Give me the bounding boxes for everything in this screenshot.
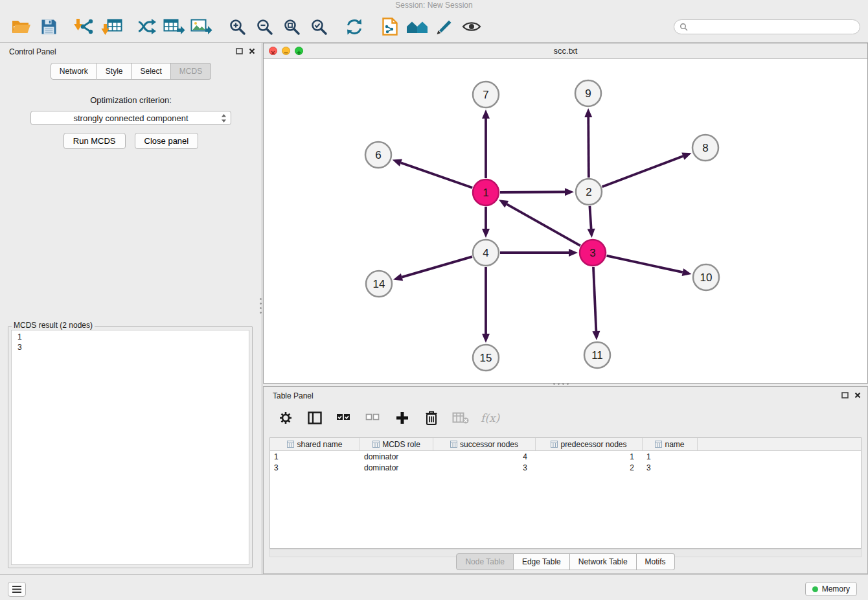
export-table-button[interactable] xyxy=(161,13,188,40)
cell-successor-nodes[interactable]: 4 xyxy=(433,452,536,461)
tab-node-table[interactable]: Node Table xyxy=(456,553,514,570)
delete-table-button[interactable] xyxy=(451,409,470,427)
table-row[interactable]: 1 dominator 4 1 1 xyxy=(270,452,861,462)
dropdown-stepper-icon xyxy=(221,113,227,123)
cell-predecessor-nodes[interactable]: 1 xyxy=(536,452,643,461)
cell-shared-name[interactable]: 1 xyxy=(270,452,360,461)
cell-mcds-role[interactable]: dominator xyxy=(360,452,433,461)
table-toolbar: f(x) xyxy=(264,404,867,432)
import-styles-button[interactable] xyxy=(376,13,404,40)
refresh-layout-button[interactable] xyxy=(341,13,368,40)
horizontal-splitter-grip[interactable] xyxy=(552,382,571,386)
graph-node-3[interactable]: 3 xyxy=(580,240,606,266)
application-window: { "window": { "title": "Session: New Ses… xyxy=(0,0,868,600)
graph-edge-1-6[interactable] xyxy=(401,163,472,188)
graph-node-8[interactable]: 8 xyxy=(692,135,718,161)
cell-predecessor-nodes[interactable]: 2 xyxy=(536,463,643,472)
cell-shared-name[interactable]: 3 xyxy=(270,463,360,472)
graph-node-2[interactable]: 2 xyxy=(576,179,602,205)
float-panel-icon[interactable] xyxy=(236,48,243,54)
column-type-icon xyxy=(655,441,662,448)
tab-style[interactable]: Style xyxy=(97,63,132,80)
network-home-button[interactable] xyxy=(404,13,431,40)
tab-network[interactable]: Network xyxy=(51,63,97,80)
column-header-predecessor-nodes[interactable]: predecessor nodes xyxy=(536,438,643,450)
tab-motifs[interactable]: Motifs xyxy=(637,553,675,570)
graph-node-9[interactable]: 9 xyxy=(575,80,601,106)
graph-edge-arrowhead xyxy=(565,188,574,196)
graph-node-label: 3 xyxy=(589,247,595,259)
criterion-dropdown[interactable]: strongly connected component xyxy=(30,111,231,125)
graph-edge-2-8[interactable] xyxy=(602,156,683,187)
show-details-button[interactable] xyxy=(458,13,485,40)
tab-select[interactable]: Select xyxy=(132,63,171,80)
import-network-button[interactable] xyxy=(71,13,98,40)
cell-successor-nodes[interactable]: 3 xyxy=(433,463,536,472)
float-panel-icon[interactable] xyxy=(841,392,849,398)
network-window-titlebar[interactable]: scc.txt xyxy=(264,43,867,59)
export-image-button[interactable] xyxy=(188,13,215,40)
graph-node-label: 10 xyxy=(700,271,713,284)
deselect-all-icon xyxy=(365,411,381,424)
table-row[interactable]: 3 dominator 3 2 3 xyxy=(270,463,861,473)
graph-edge-3-1[interactable] xyxy=(507,204,580,246)
graph-node-11[interactable]: 11 xyxy=(584,342,610,368)
zoom-in-button[interactable] xyxy=(223,13,251,40)
show-columns-button[interactable] xyxy=(306,409,324,427)
zoom-out-button[interactable] xyxy=(251,13,278,40)
graph-edge-2-9[interactable] xyxy=(588,117,589,178)
column-header-name[interactable]: name xyxy=(643,438,698,450)
graph-edge-arrowhead xyxy=(584,108,592,117)
graph-node-6[interactable]: 6 xyxy=(365,142,391,168)
delete-column-button[interactable] xyxy=(422,409,440,427)
graph-edge-2-3[interactable] xyxy=(589,206,591,229)
column-header-shared-name[interactable]: shared name xyxy=(270,438,360,450)
cell-name[interactable]: 1 xyxy=(643,452,698,461)
graph-node-4[interactable]: 4 xyxy=(473,240,499,266)
function-builder-button[interactable]: f(x) xyxy=(481,409,499,427)
graph-node-1[interactable]: 1 xyxy=(473,179,499,205)
apply-style-button[interactable] xyxy=(431,13,458,40)
panel-menu-button[interactable] xyxy=(8,582,26,597)
zoom-selected-button[interactable] xyxy=(305,13,332,40)
graph-edge-3-11[interactable] xyxy=(593,267,596,331)
columns-icon xyxy=(308,411,322,424)
graph-node-label: 1 xyxy=(483,187,488,199)
graph-edge-3-10[interactable] xyxy=(606,256,682,272)
run-mcds-button[interactable]: Run MCDS xyxy=(63,133,126,149)
vertical-splitter-grip[interactable] xyxy=(258,297,263,316)
memory-button[interactable]: Memory xyxy=(805,582,857,596)
tab-edge-table[interactable]: Edge Table xyxy=(514,553,570,570)
cell-name[interactable]: 3 xyxy=(643,463,698,472)
open-session-button[interactable] xyxy=(8,13,35,40)
select-all-rows-button[interactable] xyxy=(335,409,353,427)
graph-edge-1-2[interactable] xyxy=(500,192,565,192)
network-graph-canvas[interactable]: 7968124314101511 xyxy=(264,58,867,383)
search-field[interactable] xyxy=(674,19,860,34)
mcds-result-text[interactable]: 1 3 xyxy=(11,330,249,565)
deselect-all-rows-button[interactable] xyxy=(364,409,382,427)
graph-node-label: 11 xyxy=(591,349,603,362)
column-header-mcds-role[interactable]: MCDS role xyxy=(360,438,433,450)
cell-mcds-role[interactable]: dominator xyxy=(360,463,433,472)
node-table: shared name MCDS role successor xyxy=(269,437,862,549)
graph-node-7[interactable]: 7 xyxy=(473,82,499,108)
graph-node-10[interactable]: 10 xyxy=(693,264,719,290)
create-column-button[interactable] xyxy=(393,409,411,427)
graph-node-14[interactable]: 14 xyxy=(366,271,392,297)
close-panel-icon[interactable] xyxy=(854,392,861,398)
tab-mcds[interactable]: MCDS xyxy=(171,63,211,80)
column-header-successor-nodes[interactable]: successor nodes xyxy=(433,438,536,450)
new-network-button[interactable] xyxy=(133,13,161,40)
close-panel-button[interactable]: Close panel xyxy=(135,133,199,149)
import-table-button[interactable] xyxy=(98,13,125,40)
zoom-fit-button[interactable] xyxy=(278,13,305,40)
table-settings-button[interactable] xyxy=(277,409,295,427)
search-input[interactable] xyxy=(691,21,854,32)
tab-network-table[interactable]: Network Table xyxy=(570,553,637,570)
graph-node-15[interactable]: 15 xyxy=(473,345,499,371)
save-session-button[interactable] xyxy=(35,13,62,40)
control-panel-tabs: Network Style Select MCDS xyxy=(0,63,262,80)
close-panel-icon[interactable] xyxy=(249,48,255,54)
graph-edge-4-14[interactable] xyxy=(402,257,472,277)
